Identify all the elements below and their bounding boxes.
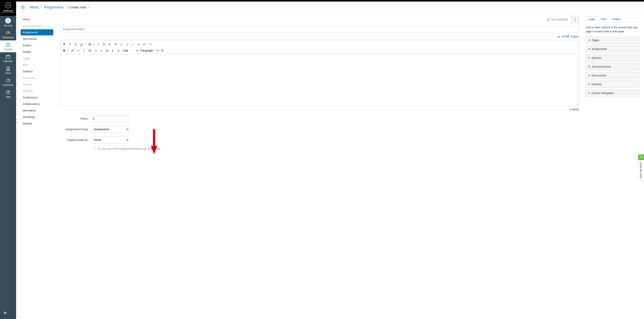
- ltr-button[interactable]: ¶‹: [110, 48, 116, 53]
- course-nav-people[interactable]: People: [21, 49, 53, 55]
- accordion-announcements[interactable]: Announcements: [586, 63, 640, 70]
- rtl-button[interactable]: ¶›: [116, 48, 121, 53]
- text-color-menu[interactable]: ▼: [84, 43, 87, 45]
- svg-point-9: [7, 19, 9, 21]
- global-nav: CANVAS FREE FOR TEACHER Account Dashboar…: [0, 0, 16, 158]
- html-editor-toggle[interactable]: HTML Editor: [557, 35, 579, 38]
- subscript-button[interactable]: x2: [136, 42, 141, 47]
- nav-help[interactable]: Help: [0, 88, 16, 100]
- assignment-description-input[interactable]: [60, 54, 579, 106]
- crumb-section[interactable]: Assignments: [44, 5, 64, 9]
- svg-point-4: [10, 5, 11, 6]
- svg-rect-11: [6, 43, 10, 46]
- svg-point-34: [574, 20, 575, 21]
- question-icon: ?: [638, 155, 644, 158]
- bg-color-button[interactable]: A: [87, 42, 92, 47]
- nav-calendar[interactable]: Calendar: [0, 52, 16, 64]
- nav-dashboard[interactable]: Dashboard: [0, 28, 16, 40]
- accordion-course-navigation[interactable]: Course Navigation: [586, 89, 640, 97]
- course-nav-syllabus[interactable]: Syllabus: [21, 68, 53, 74]
- nav-commons[interactable]: Commons: [0, 76, 16, 88]
- more-options-button[interactable]: [571, 16, 579, 23]
- unlink-button[interactable]: [82, 48, 87, 53]
- brand-sub: FREE FOR TEACHER: [0, 12, 16, 13]
- course-nav-grades[interactable]: Grades: [21, 42, 53, 48]
- italic-button[interactable]: I: [67, 42, 73, 47]
- accordion-modules[interactable]: Modules: [586, 81, 640, 88]
- media-button[interactable]: [70, 48, 75, 53]
- course-nav-discussions[interactable]: Discussions: [21, 36, 53, 42]
- text-color-button[interactable]: A: [79, 42, 84, 47]
- course-nav-quizzes[interactable]: Quizzes: [21, 81, 53, 87]
- course-nav-soundtrap[interactable]: Soundtrap: [21, 114, 53, 120]
- svg-point-63: [143, 45, 144, 45]
- align-left-button[interactable]: [102, 42, 107, 47]
- commons-icon: [6, 78, 10, 83]
- assignment-name-input[interactable]: [60, 26, 579, 32]
- course-nav-attendance[interactable]: Attendance: [21, 107, 53, 114]
- content-selector-sidebar: Links Files Images Link to other content…: [586, 15, 640, 150]
- accordion-assignments[interactable]: Assignments: [586, 45, 640, 53]
- course-nav-announcements[interactable]: Announcements: [21, 23, 53, 29]
- accordion-discussions[interactable]: Discussions: [586, 72, 640, 79]
- canvas-logo[interactable]: CANVAS FREE FOR TEACHER: [0, 0, 16, 16]
- keyboard-icon: [557, 35, 560, 38]
- points-input[interactable]: [91, 115, 129, 122]
- format-select[interactable]: Paragraph: [139, 48, 159, 53]
- outdent-button[interactable]: [119, 42, 124, 47]
- show-me-how-widget[interactable]: ? Show Me How: [638, 154, 644, 158]
- nav-inbox[interactable]: Inbox: [0, 64, 16, 76]
- clear-format-button[interactable]: [96, 42, 101, 47]
- table-menu[interactable]: ▼: [67, 50, 70, 51]
- tab-links[interactable]: Links: [586, 16, 598, 22]
- accordion-quizzes[interactable]: Quizzes: [586, 54, 640, 61]
- course-nav-conferences[interactable]: Conferences: [21, 94, 53, 100]
- superscript-button[interactable]: x2: [130, 42, 136, 47]
- indent-button[interactable]: [124, 42, 130, 47]
- crumb-course[interactable]: Music: [30, 5, 39, 9]
- course-nav-settings[interactable]: Settings: [21, 120, 53, 127]
- svg-point-61: [143, 44, 144, 44]
- course-nav-outcomes[interactable]: Outcomes: [21, 75, 53, 81]
- svg-point-1: [8, 2, 8, 3]
- display-grade-select[interactable]: Points: [91, 137, 129, 143]
- table-button[interactable]: [62, 48, 67, 53]
- svg-line-10: [8, 32, 9, 33]
- accessibility-button[interactable]: [160, 48, 165, 53]
- svg-rect-82: [89, 50, 91, 51]
- course-nav-files[interactable]: Files: [21, 62, 53, 68]
- video-button[interactable]: [104, 48, 110, 53]
- bullet-list-button[interactable]: [142, 42, 147, 47]
- bg-color-menu[interactable]: ▼: [93, 43, 95, 45]
- accordion-pages[interactable]: Pages: [586, 36, 640, 44]
- course-nav-modules[interactable]: Modules: [21, 88, 53, 94]
- course-nav-assignments[interactable]: Assignments: [21, 29, 53, 35]
- svg-text:3: 3: [149, 45, 150, 45]
- align-right-button[interactable]: [113, 42, 118, 47]
- course-nav-collaborations[interactable]: Collaborations: [21, 101, 53, 107]
- align-center-button[interactable]: [107, 42, 112, 47]
- course-nav-pages[interactable]: Pages: [21, 55, 53, 61]
- svg-rect-35: [557, 36, 560, 37]
- svg-rect-73: [63, 50, 65, 51]
- hamburger-button[interactable]: [21, 5, 25, 9]
- font-size-select[interactable]: 12pt: [122, 48, 139, 53]
- assignment-form: Not Published HTML Editor B I U A: [60, 15, 579, 150]
- underline-button[interactable]: U: [73, 42, 78, 47]
- embed-button[interactable]: [99, 48, 104, 53]
- link-button[interactable]: [76, 48, 81, 53]
- svg-line-31: [548, 18, 549, 20]
- assignment-group-select[interactable]: Assignments: [91, 126, 129, 133]
- course-nav-home[interactable]: Home: [21, 16, 53, 22]
- equation-button[interactable]: √x: [93, 48, 98, 53]
- number-list-button[interactable]: 123: [148, 42, 153, 47]
- nav-account[interactable]: Account: [0, 16, 16, 28]
- exclude-grade-checkbox[interactable]: [94, 148, 96, 150]
- crumb-current: Create new: [68, 5, 86, 9]
- tab-files[interactable]: Files: [598, 16, 609, 22]
- tab-images[interactable]: Images: [609, 16, 624, 22]
- svg-point-0: [7, 4, 9, 6]
- bold-button[interactable]: B: [62, 42, 67, 47]
- nav-courses[interactable]: Courses: [0, 40, 16, 52]
- image-button[interactable]: [87, 48, 92, 53]
